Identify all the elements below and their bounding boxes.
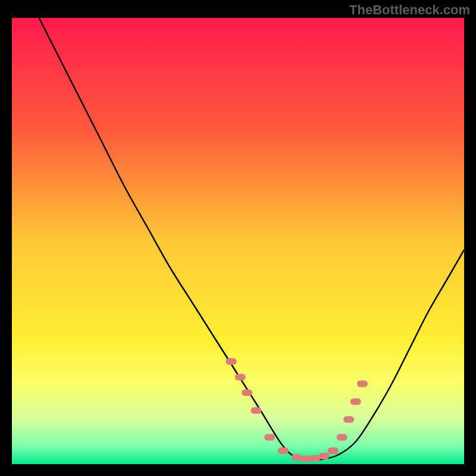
- marker-point: [292, 454, 302, 461]
- plot-area: [12, 18, 464, 464]
- watermark-text: TheBottleneck.com: [349, 2, 470, 18]
- chart-svg: [12, 18, 464, 464]
- marker-point: [235, 374, 246, 380]
- marker-point: [242, 390, 252, 396]
- marker-point: [318, 453, 329, 459]
- marker-point: [350, 399, 361, 405]
- gradient-background: [12, 18, 464, 464]
- marker-point: [337, 434, 347, 441]
- marker-point: [278, 447, 289, 454]
- marker-point: [264, 434, 275, 441]
- marker-point: [250, 408, 261, 414]
- marker-point: [357, 381, 368, 387]
- marker-point: [343, 416, 354, 423]
- marker-point: [328, 447, 339, 454]
- chart-frame: TheBottleneck.com: [0, 0, 476, 476]
- marker-point: [226, 358, 237, 365]
